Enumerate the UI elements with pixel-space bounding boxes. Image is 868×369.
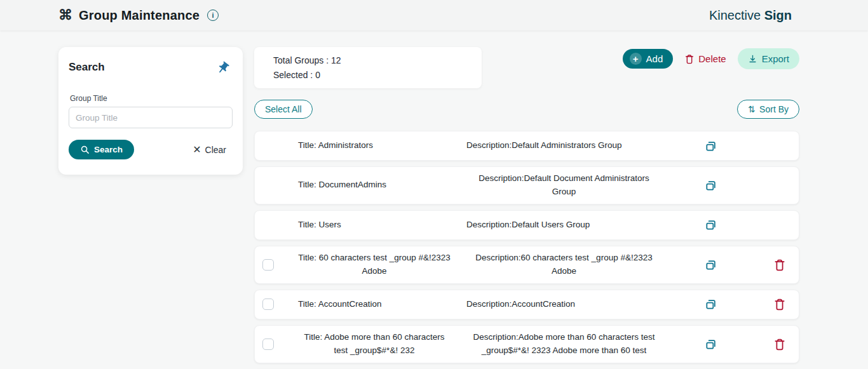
row-description-cell: Description:AccountCreation: [466, 298, 661, 311]
info-icon[interactable]: i: [207, 10, 219, 21]
row-description: Description:Default Administrators Group: [466, 139, 622, 152]
search-panel-header: Search: [69, 61, 233, 77]
row-checkbox-cell: [262, 180, 298, 191]
row-title: Title: Administrators: [298, 139, 373, 152]
content: Search Group Title Search: [0, 30, 868, 369]
group-title-label: Group Title: [70, 94, 233, 103]
trash-icon[interactable]: [773, 338, 786, 351]
search-actions: Search ✕ Clear: [69, 140, 233, 159]
row-trash-cell: [761, 258, 799, 271]
total-groups-label: Total Groups : 12: [273, 55, 463, 65]
header-left: ⌘ Group Maintenance i: [58, 8, 219, 23]
row-title-cell: Title: DocumentAdmins: [298, 178, 466, 192]
summary-card: Total Groups : 12 Selected : 0: [254, 47, 482, 88]
delete-button-label: Delete: [698, 53, 726, 64]
row-title: Title: 60 characters test _group #&!2323…: [298, 252, 451, 278]
group-row: Title: AccountCreation Description:Accou…: [254, 290, 799, 319]
search-panel: Search Group Title Search: [58, 47, 243, 175]
search-button[interactable]: Search: [69, 140, 134, 159]
brand-logo: Kinective Sign: [709, 8, 792, 23]
sort-by-button[interactable]: ⇅ Sort By: [737, 100, 799, 119]
row-copy-cell: [661, 298, 761, 311]
row-description-cell: Description:Default Users Group: [466, 218, 661, 232]
copy-icon[interactable]: [705, 140, 717, 152]
download-icon: [748, 54, 757, 64]
copy-icon[interactable]: [705, 298, 717, 311]
select-all-label: Select All: [265, 104, 302, 114]
copy-icon[interactable]: [705, 338, 717, 351]
row-description: Description:Default Users Group: [466, 218, 590, 232]
row-title: Title: AccountCreation: [298, 298, 382, 311]
row-trash-cell: [761, 298, 799, 311]
row-copy-cell: [661, 258, 761, 271]
row-description: Description:Adobe more than 60 character…: [466, 331, 661, 358]
search-icon: [80, 145, 90, 154]
row-title: Title: DocumentAdmins: [298, 178, 386, 192]
list-controls: Select All ⇅ Sort By: [254, 100, 799, 119]
selected-count-label: Selected : 0: [273, 70, 463, 80]
row-description-cell: Description:Adobe more than 60 character…: [466, 331, 661, 358]
group-title-input[interactable]: [69, 107, 233, 128]
page-title: Group Maintenance: [79, 8, 200, 23]
group-list: Title: Administrators Description:Defaul…: [254, 131, 799, 369]
search-button-label: Search: [94, 145, 123, 154]
add-button-label: Add: [646, 53, 663, 64]
row-copy-cell: [661, 338, 761, 351]
row-description: Description:Default Document Administrat…: [466, 172, 661, 199]
group-row: Title: DocumentAdmins Description:Defaul…: [254, 166, 799, 205]
row-title-cell: Title: Users: [298, 218, 466, 232]
delete-button[interactable]: Delete: [684, 53, 726, 64]
main-top: Total Groups : 12 Selected : 0 + Add: [254, 47, 799, 88]
group-row: Title: 60 characters test _group #&!2323…: [254, 246, 799, 284]
row-description: Description:AccountCreation: [466, 298, 575, 311]
select-all-button[interactable]: Select All: [254, 100, 313, 119]
row-copy-cell: [661, 218, 761, 231]
row-checkbox[interactable]: [262, 339, 274, 350]
group-row: Title: Administrators Description:Defaul…: [254, 131, 799, 161]
group-row: Title: Users Description:Default Users G…: [254, 210, 799, 240]
export-button-label: Export: [762, 53, 789, 64]
clear-button[interactable]: ✕ Clear: [193, 145, 226, 155]
clear-button-label: Clear: [205, 145, 226, 155]
pin-icon[interactable]: [216, 61, 230, 77]
row-description-cell: Description:60 characters test _group #&…: [466, 252, 661, 278]
export-button[interactable]: Export: [738, 48, 799, 69]
group-row: Title: Adobe more than 60 characters tes…: [254, 325, 799, 363]
row-title-cell: Title: AccountCreation: [298, 298, 466, 311]
row-title-cell: Title: Administrators: [298, 139, 466, 152]
toolbar: + Add Delete: [623, 47, 799, 69]
row-title-cell: Title: Adobe more than 60 characters tes…: [298, 331, 466, 358]
row-copy-cell: [661, 140, 761, 152]
row-description: Description:60 characters test _group #&…: [466, 252, 661, 278]
row-checkbox-cell: [262, 219, 298, 231]
search-panel-title: Search: [69, 61, 105, 74]
row-checkbox-cell: [262, 299, 298, 310]
sort-by-label: Sort By: [759, 104, 789, 114]
add-button[interactable]: + Add: [623, 49, 674, 69]
brand-name: Kinective: [709, 8, 761, 22]
row-checkbox-cell: [262, 140, 298, 152]
sort-icon: ⇅: [748, 105, 756, 114]
row-description-cell: Description:Default Document Administrat…: [466, 172, 661, 199]
row-trash-cell: [761, 338, 799, 351]
row-checkbox[interactable]: [262, 299, 274, 310]
clear-icon: ✕: [193, 145, 201, 155]
row-title-cell: Title: 60 characters test _group #&!2323…: [298, 252, 466, 278]
row-checkbox-cell: [262, 339, 298, 350]
command-icon: ⌘: [58, 8, 72, 22]
row-description-cell: Description:Default Administrators Group: [466, 139, 661, 152]
copy-icon[interactable]: [705, 179, 717, 192]
row-copy-cell: [661, 179, 761, 192]
row-checkbox[interactable]: [262, 259, 274, 271]
app-header: ⌘ Group Maintenance i Kinective Sign: [0, 0, 868, 30]
copy-icon[interactable]: [705, 218, 717, 231]
main-area: Total Groups : 12 Selected : 0 + Add: [254, 47, 799, 369]
plus-icon: +: [630, 53, 642, 65]
trash-icon[interactable]: [773, 298, 786, 311]
row-checkbox-cell: [262, 259, 298, 271]
brand-product: Sign: [764, 8, 792, 22]
trash-icon[interactable]: [773, 258, 786, 271]
row-title: Title: Users: [298, 218, 341, 232]
group-maintenance-page: ⌘ Group Maintenance i Kinective Sign Sea…: [0, 0, 868, 369]
copy-icon[interactable]: [705, 258, 717, 271]
